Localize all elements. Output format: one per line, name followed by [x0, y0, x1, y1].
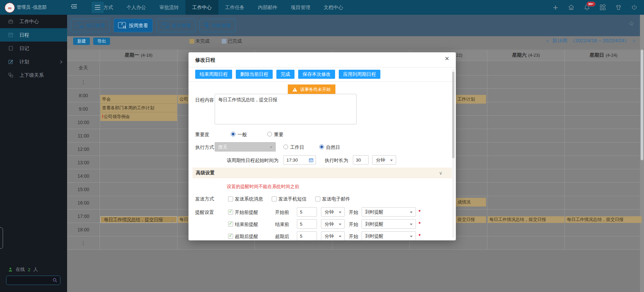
reminder-checkbox-2[interactable]	[228, 234, 233, 239]
calendar-cell[interactable]	[100, 61, 177, 75]
schedule-event-mon-8-1[interactable]: 早会	[100, 95, 177, 104]
more-menu-icon[interactable]	[92, 2, 104, 13]
sidebar-item-3[interactable]: 计划>	[0, 55, 67, 68]
view-button-0[interactable]: 1按日查看	[71, 19, 110, 32]
dialog-action-button-2[interactable]: 完成	[276, 70, 294, 79]
calendar-cell[interactable]	[565, 61, 642, 75]
schedule-event-fri-8[interactable]: 工作计划	[456, 95, 486, 104]
importance-option-normal[interactable]: 一般	[237, 132, 247, 138]
duration-input[interactable]: 30	[353, 155, 369, 165]
calendar-cell[interactable]	[100, 183, 177, 196]
calendar-cell[interactable]	[487, 142, 565, 156]
calendar-cell[interactable]	[487, 102, 565, 116]
favorite-star-icon[interactable]: ☆	[629, 20, 634, 27]
chevron-down-icon[interactable]: ∨	[439, 170, 442, 176]
schedule-event-fri-16[interactable]: 成情况	[456, 198, 486, 207]
importance-radio-important[interactable]	[267, 132, 272, 136]
schedule-event-sat-17[interactable]: 每日工作情况总结，提交日报	[488, 216, 565, 223]
advanced-settings-bar[interactable]: 高级设置 ∨	[193, 168, 452, 178]
dialog-scrollbar[interactable]	[452, 69, 454, 238]
calendar-cell[interactable]	[487, 183, 565, 196]
calendar-icon[interactable]	[309, 158, 314, 163]
logout-power-icon[interactable]	[631, 4, 638, 11]
send-option-label-2[interactable]: 发送电子邮件	[322, 196, 350, 202]
calendar-cell[interactable]	[565, 116, 642, 129]
close-icon[interactable]: ×	[445, 55, 449, 62]
exec-option-workday[interactable]: 工作日	[290, 144, 304, 151]
reminder-unit-select-1[interactable]: 分钟	[321, 219, 345, 229]
nav-item-6[interactable]: 项目管理	[284, 0, 317, 15]
calendar-cell[interactable]	[565, 236, 642, 250]
sidebar-drag-handle[interactable]	[0, 227, 3, 249]
home-icon[interactable]	[568, 4, 575, 11]
add-icon[interactable]: +	[552, 4, 559, 11]
exec-option-naturalday[interactable]: 自然日	[326, 144, 340, 151]
dialog-action-button-3[interactable]: 保存本次修改	[298, 70, 335, 79]
reminder-mode-select-0[interactable]: 到时提醒	[362, 207, 416, 217]
reminder-value-input-2[interactable]: 5	[297, 231, 317, 240]
prev-week-arrow[interactable]: <	[546, 38, 549, 44]
schedule-event-mon-17[interactable]: 每日工作情况总结，提交日报	[100, 216, 177, 223]
calendar-cell[interactable]	[565, 142, 642, 156]
send-option-checkbox-2[interactable]	[315, 196, 320, 201]
view-button-3[interactable]: 列表查看	[200, 19, 235, 32]
schedule-event-mon-8-2[interactable]: 查看各部门本周的工作计划	[100, 104, 177, 112]
importance-radio-normal[interactable]	[231, 132, 235, 136]
calendar-cell[interactable]	[487, 129, 565, 142]
theme-shirt-icon[interactable]	[615, 4, 622, 11]
calendar-cell[interactable]	[100, 196, 177, 210]
reminder-unit-select-0[interactable]: 分钟	[321, 207, 345, 217]
dialog-action-button-0[interactable]: 结束周期日程	[195, 70, 232, 79]
calendar-cell[interactable]	[565, 156, 642, 169]
send-option-checkbox-1[interactable]	[272, 196, 277, 201]
calendar-cell[interactable]	[487, 89, 565, 102]
schedule-event-sun-17[interactable]: 每日工作情况总结，提交日报	[565, 216, 642, 223]
start-time-input[interactable]: 17:30	[283, 155, 316, 165]
notifications-bell-icon[interactable]: 99+	[583, 4, 591, 11]
send-option-label-1[interactable]: 发送手机短信	[278, 196, 307, 202]
calendar-cell[interactable]	[487, 61, 565, 75]
calendar-cell[interactable]	[487, 223, 565, 236]
calendar-cell[interactable]	[565, 75, 642, 89]
export-button[interactable]: 导出	[93, 38, 110, 45]
calendar-cell[interactable]	[487, 196, 565, 210]
calendar-cell[interactable]	[100, 223, 177, 236]
nav-item-2[interactable]: 审批流转	[153, 0, 185, 15]
sidebar-item-0[interactable]: 工作中心	[0, 15, 67, 28]
sidebar-item-1[interactable]: 日程	[0, 28, 67, 42]
sidebar-item-2[interactable]: 日记	[0, 42, 67, 55]
new-button[interactable]: 新建	[73, 38, 90, 45]
calendar-cell[interactable]	[565, 196, 642, 210]
page-scrollbar[interactable]	[640, 15, 644, 292]
sidebar-item-4[interactable]: 上下级关系	[0, 68, 67, 82]
calendar-cell[interactable]	[487, 236, 565, 250]
sidebar-collapse-icon[interactable]	[71, 4, 79, 10]
calendar-cell[interactable]	[100, 169, 177, 183]
next-week-arrow[interactable]: >	[632, 38, 635, 44]
schedule-content-textarea[interactable]	[215, 94, 357, 124]
reminder-unit-select-2[interactable]: 分钟	[321, 231, 345, 240]
dialog-action-button-1[interactable]: 删除当前日程	[236, 70, 273, 79]
calendar-cell[interactable]	[100, 142, 177, 156]
calendar-cell[interactable]	[100, 129, 177, 142]
calendar-cell[interactable]	[565, 102, 642, 116]
duration-unit-select[interactable]: 分钟	[372, 155, 396, 165]
exec-radio-naturalday[interactable]	[319, 144, 324, 149]
dialog-action-button-4[interactable]: 应用到周期日程	[339, 70, 380, 79]
send-option-checkbox-0[interactable]	[228, 196, 233, 201]
send-option-label-0[interactable]: 发送系统消息	[235, 196, 263, 202]
exec-radio-workday[interactable]	[283, 144, 288, 149]
importance-option-important[interactable]: 重要	[274, 132, 283, 138]
calendar-cell[interactable]	[565, 89, 642, 102]
nav-item-5[interactable]: 内部邮件	[251, 0, 284, 15]
calendar-cell[interactable]	[565, 129, 642, 142]
calendar-cell[interactable]	[565, 183, 642, 196]
reminder-value-input-1[interactable]: 5	[297, 219, 317, 229]
calendar-cell[interactable]	[100, 236, 177, 250]
reminder-mode-select-2[interactable]: 到时提醒	[362, 231, 416, 240]
search-icon[interactable]	[52, 278, 58, 283]
reminder-checkbox-0[interactable]	[228, 210, 233, 215]
calendar-cell[interactable]	[100, 75, 177, 89]
schedule-event-mon-8-3[interactable]: 公司领导例会	[100, 112, 177, 121]
calendar-cell[interactable]	[487, 169, 565, 183]
